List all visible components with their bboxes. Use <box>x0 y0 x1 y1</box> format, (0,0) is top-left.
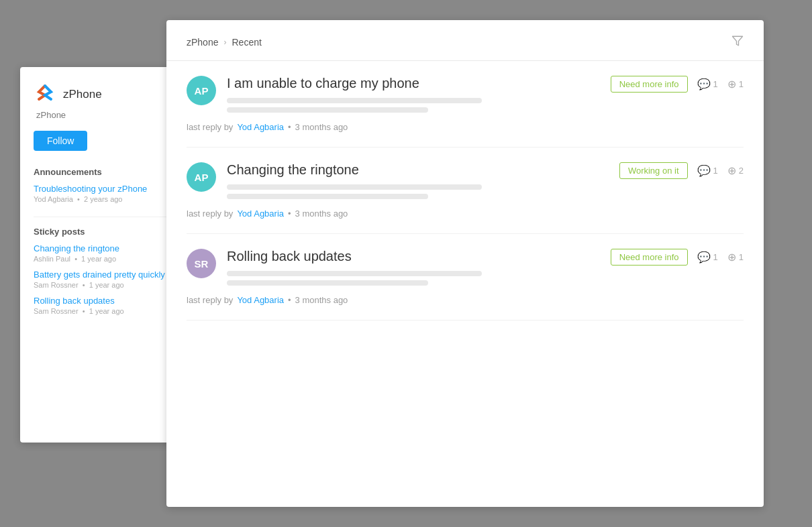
sticky-meta-2: Sam Rossner • 1 year ago <box>34 307 173 315</box>
bullet-1: • <box>288 209 291 219</box>
last-reply-time-2: 3 months ago <box>295 295 348 305</box>
post-meta-0: last reply by Yod Agbaria • 3 months ago <box>187 122 744 132</box>
vote-icon: ⊕ <box>727 78 736 91</box>
vote-count-2: 1 <box>739 252 744 262</box>
filter-icon[interactable] <box>731 35 744 50</box>
preview-line <box>227 107 428 113</box>
brand-header: zPhone <box>34 83 173 106</box>
sticky-meta-0: Ashlin Paul • 1 year ago <box>34 255 173 263</box>
post-actions-2: Need more info 💬 1 ⊕ 1 <box>611 249 744 266</box>
bullet-0: • <box>288 122 291 132</box>
last-reply-prefix-1: last reply by <box>187 209 233 219</box>
vote-stat-2: ⊕ 1 <box>727 251 744 264</box>
post-meta-2: last reply by Yod Agbaria • 3 months ago <box>187 295 744 305</box>
comment-stat-0: 💬 1 <box>697 78 718 91</box>
vote-count-0: 1 <box>739 79 744 89</box>
post-item-2: SR Rolling back updates Need more info 💬… <box>187 234 744 320</box>
last-reply-prefix-0: last reply by <box>187 122 233 132</box>
main-panel: zPhone › Recent AP I am unable to charge… <box>166 20 764 507</box>
last-reply-time-1: 3 months ago <box>295 209 348 219</box>
announcement-link-0[interactable]: Troubleshooting your zPhone <box>34 184 173 194</box>
post-title-2[interactable]: Rolling back updates <box>227 249 600 264</box>
comment-icon: 💬 <box>697 78 711 91</box>
vote-icon: ⊕ <box>727 164 736 177</box>
avatar-1: AP <box>187 162 216 192</box>
post-meta-1: last reply by Yod Agbaria • 3 months ago <box>187 209 744 219</box>
follow-button[interactable]: Follow <box>34 131 87 151</box>
last-reply-author-1[interactable]: Yod Agbaria <box>237 209 284 219</box>
post-title-0[interactable]: I am unable to charge my phone <box>227 76 600 91</box>
breadcrumb-current: Recent <box>232 37 261 48</box>
comment-count-1: 1 <box>713 166 718 176</box>
comment-stat-2: 💬 1 <box>697 251 718 264</box>
sticky-link-2[interactable]: Rolling back updates <box>34 296 173 306</box>
svg-marker-0 <box>733 36 743 46</box>
avatar-0: AP <box>187 76 216 105</box>
comment-count-0: 1 <box>713 79 718 89</box>
brand-subtitle: zPhone <box>36 110 173 120</box>
breadcrumb-root[interactable]: zPhone <box>187 37 218 48</box>
comment-stat-1: 💬 1 <box>697 164 718 177</box>
bullet-2: • <box>288 295 291 305</box>
post-content-2: Rolling back updates <box>227 249 600 295</box>
last-reply-prefix-2: last reply by <box>187 295 233 305</box>
post-item-1: AP Changing the ringtone Working on it 💬… <box>187 148 744 234</box>
post-preview-lines-0 <box>227 98 600 113</box>
comment-icon: 💬 <box>697 164 711 177</box>
preview-line <box>227 98 482 103</box>
announcement-meta-0: Yod Agbaria • 2 years ago <box>34 195 173 203</box>
brand-name: zPhone <box>63 88 102 101</box>
breadcrumb-chevron-icon: › <box>223 38 226 47</box>
last-reply-author-2[interactable]: Yod Agbaria <box>237 295 284 305</box>
status-badge-0: Need more info <box>611 76 688 93</box>
comment-icon: 💬 <box>697 251 711 264</box>
preview-line <box>227 271 482 276</box>
vote-count-1: 2 <box>739 166 744 176</box>
sticky-posts-title: Sticky posts <box>34 227 173 237</box>
sticky-meta-1: Sam Rossner • 1 year ago <box>34 281 173 289</box>
breadcrumb: zPhone › Recent <box>166 20 764 61</box>
post-content-0: I am unable to charge my phone <box>227 76 600 122</box>
comment-count-2: 1 <box>713 252 718 262</box>
preview-line <box>227 184 482 190</box>
post-title-1[interactable]: Changing the ringtone <box>227 162 609 178</box>
sticky-link-0[interactable]: Changing the ringtone <box>34 243 173 253</box>
sticky-link-1[interactable]: Battery gets drained pretty quickly <box>34 270 173 280</box>
announcements-title: Announcements <box>34 167 173 177</box>
post-content-1: Changing the ringtone <box>227 162 609 209</box>
post-actions-0: Need more info 💬 1 ⊕ 1 <box>611 76 744 93</box>
last-reply-time-0: 3 months ago <box>295 122 348 132</box>
post-preview-lines-1 <box>227 184 609 199</box>
sidebar-panel: zPhone zPhone Follow Announcements Troub… <box>20 67 187 443</box>
preview-line <box>227 280 428 286</box>
post-list: AP I am unable to charge my phone Need m… <box>166 61 764 320</box>
brand-logo-icon <box>34 83 56 106</box>
preview-line <box>227 194 428 199</box>
vote-icon: ⊕ <box>727 251 736 264</box>
announcements-section: Announcements Troubleshooting your zPhon… <box>34 167 173 203</box>
status-badge-1: Working on it <box>619 162 688 179</box>
vote-stat-0: ⊕ 1 <box>727 78 744 91</box>
last-reply-author-0[interactable]: Yod Agbaria <box>237 122 284 132</box>
post-actions-1: Working on it 💬 1 ⊕ 2 <box>619 162 744 179</box>
status-badge-2: Need more info <box>611 249 688 266</box>
post-preview-lines-2 <box>227 271 600 286</box>
sticky-posts-section: Sticky posts Changing the ringtone Ashli… <box>34 227 173 315</box>
post-item-0: AP I am unable to charge my phone Need m… <box>187 61 744 148</box>
sidebar-divider <box>34 217 173 217</box>
vote-stat-1: ⊕ 2 <box>727 164 744 177</box>
avatar-2: SR <box>187 249 216 278</box>
